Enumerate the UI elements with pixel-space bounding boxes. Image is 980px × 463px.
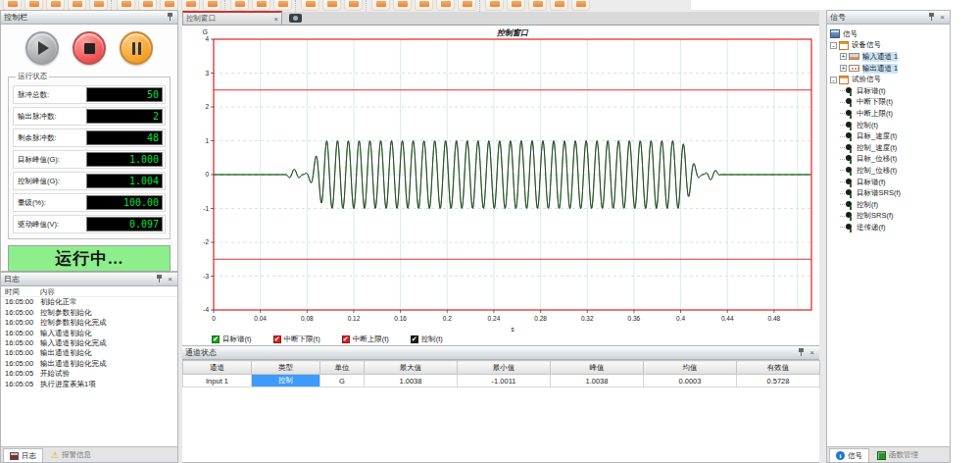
log-row[interactable]: 16:05:00输入通道初始化 <box>1 329 177 338</box>
collapse-icon[interactable]: - <box>830 42 837 49</box>
tree-item[interactable]: +输出通道 1 <box>827 63 950 75</box>
signal-icon <box>846 223 854 232</box>
legend-item[interactable]: ✔控制(t) <box>411 334 443 344</box>
tab-control-window[interactable]: 控制窗口 × <box>182 11 282 25</box>
toolbar-button[interactable] <box>371 0 390 11</box>
table-cell[interactable]: Input 1 <box>183 375 252 387</box>
log-row[interactable]: 16:05:00控制参数初始化完成 <box>1 318 177 328</box>
table-cell[interactable]: -1.0011 <box>458 375 551 387</box>
log-row[interactable]: 16:05:00输出通道初始化 <box>1 348 177 358</box>
tab-close-icon[interactable]: × <box>274 15 278 24</box>
signal-icon <box>846 109 854 119</box>
toolbar-button[interactable] <box>344 0 363 11</box>
log-row[interactable]: 16:05:05开始试验 <box>1 369 177 379</box>
pause-button[interactable] <box>120 31 153 65</box>
channel-status-table: 通道类型单位最大值最小值峰值均值有效值 Input 1控制G1.0038-1.0… <box>182 360 820 387</box>
toolbar-button[interactable] <box>203 0 221 11</box>
tree-item[interactable]: 目标谱(f) <box>827 177 950 188</box>
toolbar-button[interactable] <box>393 0 412 11</box>
tree-item-label: 目标_速度(t) <box>857 131 897 141</box>
table-cell[interactable]: 1.0038 <box>365 375 458 387</box>
toolbar-button[interactable] <box>528 0 547 11</box>
stop-button[interactable] <box>73 31 106 65</box>
pin-icon[interactable] <box>155 275 164 283</box>
table-column-header: 峰值 <box>551 361 644 375</box>
close-icon[interactable]: × <box>166 275 174 283</box>
toolbar-button[interactable] <box>322 0 341 11</box>
log-time: 16:05:00 <box>1 318 40 328</box>
toolbar-button[interactable] <box>252 0 270 11</box>
x-tick-label: 0.12 <box>348 315 361 322</box>
signal-tabs-bar: i信号函数管理 <box>827 446 950 462</box>
tree-item[interactable]: 目标_速度(t) <box>827 130 950 142</box>
tree-item[interactable]: 信号 <box>827 28 950 40</box>
pin-icon[interactable] <box>797 348 806 357</box>
toolbar-button[interactable] <box>415 0 433 11</box>
pin-icon[interactable] <box>166 13 174 22</box>
log-row[interactable]: 16:05:00输出通道初始化完成 <box>1 359 177 369</box>
tab-函数管理[interactable]: 函数管理 <box>870 448 925 462</box>
tree-item[interactable]: 逆传递(f) <box>827 222 950 233</box>
log-row[interactable]: 16:05:05执行进度表第1项 <box>1 380 177 389</box>
tab-报警信息[interactable]: ⚠报警信息 <box>44 448 98 462</box>
log-row[interactable]: 16:05:00控制参数初始化 <box>1 308 177 318</box>
close-icon[interactable]: × <box>938 13 947 22</box>
close-icon[interactable]: × <box>808 348 816 357</box>
legend-item[interactable]: ✔目标谱(t) <box>212 334 252 344</box>
toolbar-button[interactable] <box>301 0 319 11</box>
snapshot-button[interactable] <box>286 12 304 25</box>
legend-checkbox[interactable]: ✔ <box>273 335 281 343</box>
legend-checkbox[interactable]: ✔ <box>212 335 220 343</box>
tab-信号[interactable]: i信号 <box>829 448 869 462</box>
tab-日志[interactable]: 日志 <box>3 448 43 462</box>
toolbar-button[interactable] <box>507 0 525 11</box>
log-row[interactable]: 16:05:00初始化正常 <box>1 297 177 307</box>
tree-item[interactable]: 控制_位移(t) <box>827 165 950 177</box>
start-button[interactable] <box>25 31 59 65</box>
tree-item[interactable]: -设备信号 <box>827 40 950 52</box>
table-cell[interactable]: 控制 <box>252 375 320 387</box>
log-row[interactable]: 16:05:00输入通道初始化完成 <box>1 338 177 348</box>
toolbar-button[interactable] <box>550 0 568 11</box>
tree-item[interactable]: 目标谱SRS(f) <box>827 187 950 199</box>
expand-icon[interactable]: + <box>840 65 847 72</box>
tree-item[interactable]: 目标_位移(t) <box>827 154 950 166</box>
toolbar-button[interactable] <box>571 0 590 11</box>
legend-checkbox[interactable]: ✔ <box>411 335 418 343</box>
toolbar-button[interactable] <box>230 0 249 11</box>
tree-item[interactable]: 中断下限(t) <box>827 97 950 109</box>
tree-item[interactable]: 控制SRS(f) <box>827 211 950 223</box>
table-cell[interactable]: 1.0038 <box>551 375 644 387</box>
tree-item[interactable]: -试验信号 <box>827 74 950 85</box>
toolbar-button[interactable] <box>485 0 504 11</box>
legend-checkbox[interactable]: ✔ <box>342 335 350 343</box>
tree-item[interactable]: 控制(t) <box>827 120 950 131</box>
control-bar-title: 控制栏 <box>4 12 164 23</box>
tree-item[interactable]: 中断上限(t) <box>827 108 950 120</box>
status-field-label: 脉冲总数: <box>18 90 49 100</box>
table-row[interactable]: Input 1控制G1.0038-1.00111.00380.00030.572… <box>183 375 820 387</box>
table-cell[interactable]: 0.0003 <box>644 375 737 387</box>
pin-icon[interactable] <box>927 13 936 22</box>
log-panel: 日志 × 时间 内容 16:05:00初始化正常16:05:00控制参数初始化1… <box>0 272 178 463</box>
expand-icon[interactable]: + <box>840 53 847 60</box>
log-time: 16:05:05 <box>1 380 40 389</box>
table-cell[interactable]: G <box>320 375 365 387</box>
x-tick-label: 0.32 <box>581 315 594 322</box>
tab-label: 信号 <box>848 451 862 461</box>
table-cell[interactable]: 0.5728 <box>737 375 820 387</box>
status-field-value: 100.00 <box>86 195 163 210</box>
legend-item[interactable]: ✔中断下限(t) <box>273 334 320 344</box>
legend-item[interactable]: ✔中断上限(t) <box>342 334 389 344</box>
tree-item[interactable]: 目标谱(t) <box>827 85 950 97</box>
chart-canvas[interactable]: 控制窗口G43210-1-2-3-400.040.080.120.160.20.… <box>182 26 819 345</box>
tree-item[interactable]: 控制_速度(t) <box>827 142 950 154</box>
toolbar-button[interactable] <box>436 0 455 11</box>
tree-item[interactable]: +输入通道 1 <box>827 51 950 63</box>
collapse-icon[interactable]: - <box>830 77 837 83</box>
tree-item[interactable]: 控制(f) <box>827 199 950 211</box>
toolbar-button[interactable] <box>273 0 292 11</box>
toolbar-button[interactable] <box>458 0 476 11</box>
log-icon <box>10 452 19 460</box>
toolbar-button[interactable] <box>181 0 200 11</box>
